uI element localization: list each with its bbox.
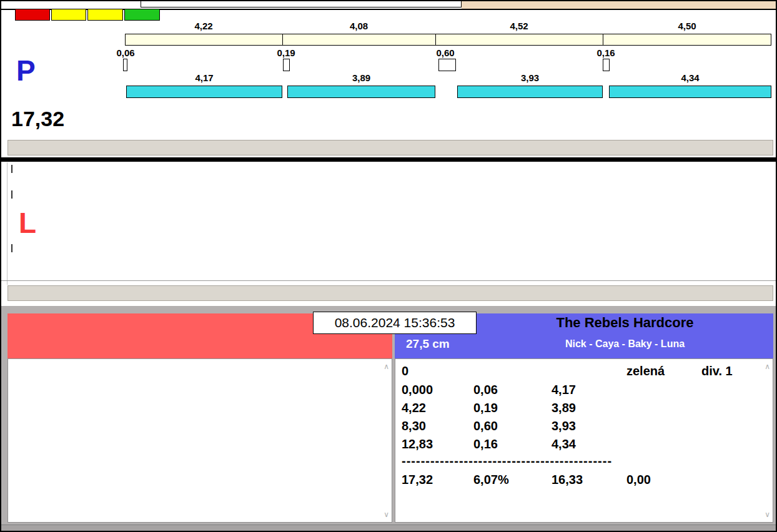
background-window-strip <box>141 1 462 7</box>
team-jump-height: 27,5 cm <box>406 337 450 351</box>
status-light-yellow-2 <box>87 9 123 21</box>
changeover-marker <box>123 59 127 71</box>
run-time-bar <box>609 86 771 98</box>
status-light-green <box>124 9 160 21</box>
run-time-label: 4,17 <box>126 72 282 83</box>
lane-p-total: 17,32 <box>11 107 64 131</box>
bar-divider <box>603 34 603 45</box>
bar-divider <box>435 34 436 45</box>
changeover-marker <box>438 59 456 71</box>
segment-time-label: 4,52 <box>435 21 603 31</box>
total-cell: 17,32 <box>402 473 433 487</box>
lane-l-tick <box>11 244 12 252</box>
result-cell: 12,83 <box>402 437 433 451</box>
total-cell: 6,07% <box>473 473 509 487</box>
changeover-marker <box>283 59 290 71</box>
result-cell: 0,19 <box>473 401 498 415</box>
status-light-yellow-1 <box>51 9 86 21</box>
scroll-down-icon[interactable]: ∨ <box>765 511 770 518</box>
lane-p-footer-strip <box>7 140 773 155</box>
results-separator: ----------------------------------------… <box>402 454 612 468</box>
run-time-label: 3,89 <box>287 72 435 83</box>
scroll-up-icon[interactable]: ∧ <box>765 363 770 370</box>
result-cell: 4,22 <box>402 401 426 415</box>
segment-time-label: 4,50 <box>603 21 771 31</box>
result-cell: 3,89 <box>552 401 576 415</box>
start-offset-label: 0,60 <box>436 47 454 58</box>
changeover-marker <box>603 59 610 71</box>
team-dogs: Nick - Caya - Baky - Luna <box>477 338 773 350</box>
run-time-bar <box>457 86 603 98</box>
lane-l-left-rule <box>7 162 7 285</box>
result-cell: 0,06 <box>473 383 498 397</box>
lane-l-bottom-rule <box>1 280 776 281</box>
lane-l-tick <box>11 190 12 199</box>
start-offset-label: 0,06 <box>116 47 134 58</box>
total-cell: 0,00 <box>626 473 651 487</box>
lane-l-footer-strip <box>7 285 773 301</box>
lane-divider <box>1 157 776 162</box>
result-cell: 4,34 <box>552 437 576 451</box>
result-cell: 0,000 <box>402 383 433 397</box>
color-label: zelená <box>626 364 665 378</box>
run-time-bar <box>287 86 435 98</box>
result-cell: 0,16 <box>473 437 498 451</box>
scroll-up-icon[interactable]: ∧ <box>384 363 389 370</box>
log-panel[interactable]: ∧ ∨ <box>7 358 392 523</box>
desktop-edge-strip <box>462 1 777 9</box>
lane-l-label: L <box>19 209 36 237</box>
results-panel[interactable]: 0 zelená div. 1 0,000 0,06 4,17 4,22 0,1… <box>395 358 773 523</box>
total-time-bar <box>125 34 771 46</box>
division-label: div. 1 <box>701 364 733 378</box>
result-cell: 3,93 <box>552 419 576 433</box>
bar-divider <box>282 34 283 45</box>
scroll-down-icon[interactable]: ∨ <box>384 511 389 518</box>
result-cell: 4,17 <box>552 383 576 397</box>
status-light-red <box>15 9 50 21</box>
lane-l-tick <box>11 165 12 173</box>
timing-app-window: 4,22 4,08 4,52 4,50 0,06 0,19 0,60 0,16 … <box>0 0 777 532</box>
timestamp-box: 08.06.2024 15:36:53 <box>313 312 477 334</box>
bottom-status-strip <box>1 525 776 531</box>
run-time-label: 3,93 <box>457 72 603 83</box>
start-offset-label: 0,19 <box>277 47 295 58</box>
run-time-bar <box>126 86 282 98</box>
segment-time-label: 4,08 <box>282 21 435 31</box>
result-cell: 8,30 <box>402 419 426 433</box>
segment-time-label: 4,22 <box>125 21 282 31</box>
team-name: The Rebels Hardcore <box>477 315 773 331</box>
run-time-label: 4,34 <box>609 72 771 83</box>
start-offset-label: 0,16 <box>596 47 615 58</box>
run-number: 0 <box>402 364 408 378</box>
lane-p-label: P <box>16 56 36 85</box>
result-cell: 0,60 <box>473 419 498 433</box>
total-cell: 16,33 <box>552 473 583 487</box>
